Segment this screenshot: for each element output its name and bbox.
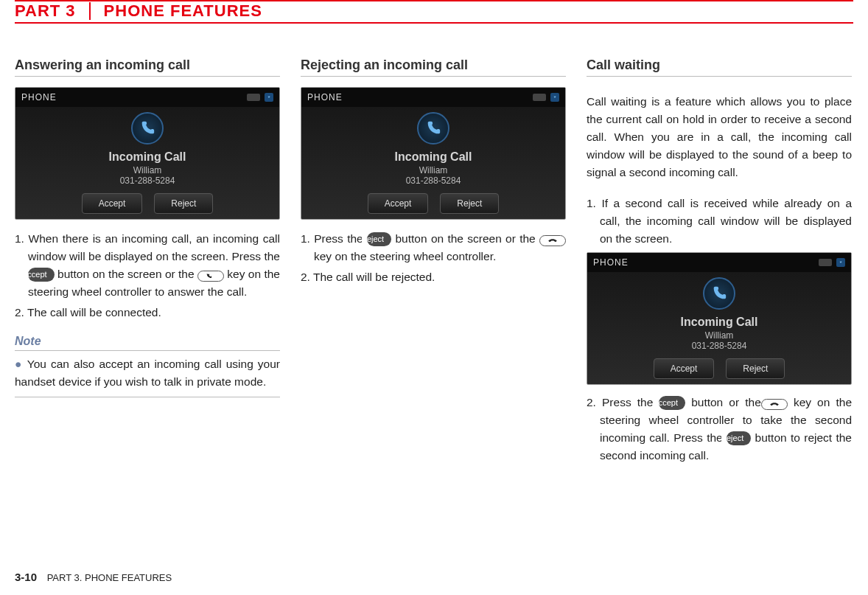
text: button on the screen or the <box>55 268 197 280</box>
caller-name: William <box>705 330 734 341</box>
caller-number: 031-288-5284 <box>406 175 461 186</box>
status-icons <box>247 93 273 102</box>
phone-ring-icon <box>131 112 164 145</box>
caller-number: 031-288-5284 <box>120 175 175 186</box>
chapter-title: PHONE FEATURES <box>104 1 262 21</box>
waiting-step-1: 1. If a second call is received while al… <box>587 195 852 248</box>
signal-icon <box>533 94 546 101</box>
reject-pill: Reject <box>367 232 391 246</box>
accept-pill: Accept <box>659 396 685 410</box>
bullet-icon: ● <box>15 358 23 370</box>
hangup-key-icon <box>761 399 788 410</box>
note-heading: Note <box>15 335 280 351</box>
page-header: PART 3 PHONE FEATURES <box>15 0 853 21</box>
caller-name: William <box>133 165 162 175</box>
status-icons <box>819 258 845 267</box>
header-divider <box>89 2 91 20</box>
answering-step-2: 2. The call will be connected. <box>15 304 280 321</box>
screenshot-title: PHONE <box>307 92 343 102</box>
note-text: You can also accept an incoming call usi… <box>15 358 280 388</box>
screenshot-waiting: PHONE Incoming Call William 031-288-5284… <box>587 252 852 385</box>
text: 1. Press the <box>301 232 367 245</box>
screenshot-rejecting: PHONE Incoming Call William 031-288-5284… <box>301 87 566 220</box>
reject-pill: Reject <box>727 431 751 445</box>
screenshot-title: PHONE <box>593 257 629 268</box>
incoming-call-title: Incoming Call <box>395 150 472 164</box>
phone-ring-icon <box>417 112 449 145</box>
caller-number: 031-288-5284 <box>692 341 747 351</box>
heading-answering: Answering an incoming call <box>15 58 280 77</box>
text: button or the <box>685 396 761 408</box>
screenshot-accept-button: Accept <box>82 193 143 214</box>
waiting-intro: Call waiting is a feature which allows y… <box>587 93 852 181</box>
waiting-step-2: 2. Press the Accept button or the key on… <box>587 394 852 464</box>
column-answering: Answering an incoming call PHONE Incomin… <box>15 58 280 467</box>
bluetooth-icon <box>550 93 559 102</box>
rejecting-step-1: 1. Press the Reject button on the screen… <box>301 230 566 265</box>
column-waiting: Call waiting Call waiting is a feature w… <box>587 58 852 467</box>
signal-icon <box>819 259 832 266</box>
heading-rejecting: Rejecting an incoming call <box>301 58 566 77</box>
page-number: 3-10 <box>15 571 37 583</box>
accept-pill: Accept <box>28 268 55 282</box>
signal-icon <box>247 94 260 101</box>
answering-step-1: 1. When there is an incoming call, an in… <box>15 230 280 301</box>
bluetooth-icon <box>836 258 845 267</box>
page-footer: 3-10 PART 3. PHONE FEATURES <box>15 571 172 583</box>
screenshot-reject-button: Reject <box>154 193 213 214</box>
part-label: PART 3 <box>15 1 76 21</box>
note-body: ● You can also accept an incoming call u… <box>15 355 280 397</box>
header-rule <box>15 22 853 24</box>
screenshot-answering: PHONE Incoming Call William 031-288-5284… <box>15 87 280 220</box>
call-key-icon <box>197 271 224 282</box>
screenshot-accept-button: Accept <box>368 193 429 214</box>
screenshot-reject-button: Reject <box>726 358 785 379</box>
column-rejecting: Rejecting an incoming call PHONE Incomin… <box>301 58 566 467</box>
bluetooth-icon <box>265 93 273 102</box>
footer-section: PART 3. PHONE FEATURES <box>47 572 172 583</box>
text: key on the steering wheel controller. <box>314 250 496 262</box>
status-icons <box>533 93 559 102</box>
heading-waiting: Call waiting <box>587 58 852 77</box>
screenshot-title: PHONE <box>21 92 57 102</box>
phone-ring-icon <box>703 277 735 310</box>
screenshot-reject-button: Reject <box>440 193 499 214</box>
caller-name: William <box>419 165 448 175</box>
text: button on the screen or the <box>391 232 539 245</box>
text: 2. Press the <box>587 396 659 408</box>
rejecting-step-2: 2. The call will be rejected. <box>301 268 566 286</box>
incoming-call-title: Incoming Call <box>681 316 758 329</box>
text: 1. When there is an incoming call, an in… <box>15 232 280 262</box>
incoming-call-title: Incoming Call <box>109 150 186 164</box>
hangup-key-icon <box>539 235 566 246</box>
screenshot-accept-button: Accept <box>654 358 715 379</box>
